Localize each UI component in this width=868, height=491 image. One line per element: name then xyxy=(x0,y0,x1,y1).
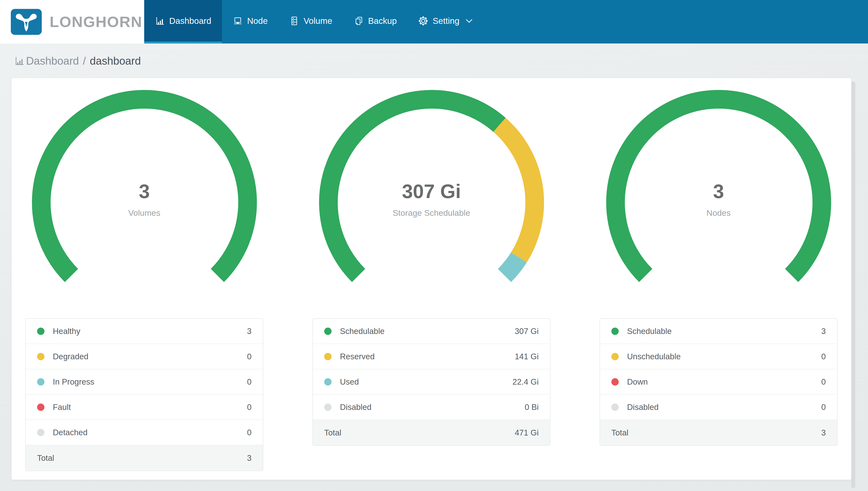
breadcrumb-current-page: dashboard xyxy=(90,55,141,67)
legend-total-row: Total3 xyxy=(26,445,263,471)
legend-row-detached: Detached0 xyxy=(26,420,263,445)
legend-value: 0 xyxy=(247,403,251,412)
legend-value: 307 Gi xyxy=(515,326,539,336)
legend-row-healthy: Healthy3 xyxy=(26,319,263,344)
legends-row: Healthy3Degraded0In Progress0Fault0Detac… xyxy=(11,318,851,481)
legend-total-row: Total3 xyxy=(600,420,837,445)
vertical-scrollbar-thumb[interactable] xyxy=(851,82,855,488)
legend-total-row: Total471 Gi xyxy=(313,420,550,445)
nav-item-dashboard[interactable]: Dashboard xyxy=(144,0,222,44)
breadcrumb-section[interactable]: Dashboard xyxy=(26,55,79,67)
legend-total-value: 471 Gi xyxy=(515,428,539,437)
gauge-arc xyxy=(603,87,834,318)
legend-label: Down xyxy=(627,377,822,386)
legend-row-schedulable: Schedulable307 Gi xyxy=(313,319,550,344)
legend-row-down: Down0 xyxy=(600,369,837,395)
legend-dot xyxy=(611,378,619,385)
legend-label: Schedulable xyxy=(340,326,515,336)
gauge-segment-schedulable xyxy=(616,99,822,276)
bar-chart-icon xyxy=(14,56,25,66)
nodes-gauge: 3 Nodes xyxy=(599,87,838,318)
legend-value: 0 xyxy=(247,377,251,386)
legend-dot xyxy=(611,404,619,411)
legend-dot xyxy=(37,353,44,360)
nodes-legend-table: Schedulable3Unschedulable0Down0Disabled0… xyxy=(599,318,838,446)
gauge-arc xyxy=(29,87,260,318)
legend-dot xyxy=(324,404,332,411)
legend-value: 0 xyxy=(822,352,826,361)
legend-value: 0 xyxy=(822,403,826,412)
legend-dot xyxy=(37,378,44,385)
chevron-down-icon xyxy=(465,19,473,23)
legend-label: Degraded xyxy=(53,352,247,361)
gear-icon xyxy=(418,16,428,26)
legend-value: 0 Bi xyxy=(525,403,539,412)
nav-item-label: Dashboard xyxy=(169,16,211,26)
legend-label: Disabled xyxy=(627,403,822,412)
gauge-segment-used xyxy=(504,257,519,276)
legend-dot xyxy=(37,429,44,436)
nav-item-label: Node xyxy=(247,16,268,26)
legend-row-schedulable: Schedulable3 xyxy=(600,319,837,344)
legend-dot xyxy=(37,404,44,411)
gauge-segment-schedulable xyxy=(329,99,500,276)
storage-legend-table: Schedulable307 GiReserved141 GiUsed22.4 … xyxy=(312,318,551,446)
nav-item-label: Backup xyxy=(368,16,397,26)
bar-chart-icon xyxy=(155,16,165,26)
legend-row-unschedulable: Unschedulable0 xyxy=(600,344,837,369)
legend-value: 0 xyxy=(247,352,251,361)
legend-label: Fault xyxy=(53,403,247,412)
legend-label: Reserved xyxy=(340,352,515,361)
legend-row-used: Used22.4 Gi xyxy=(313,369,550,395)
legend-value: 141 Gi xyxy=(515,352,539,361)
nav-item-label: Volume xyxy=(304,16,332,26)
legend-value: 0 xyxy=(822,377,826,386)
legend-row-degraded: Degraded0 xyxy=(26,344,263,369)
legend-dot xyxy=(324,353,332,360)
legend-value: 0 xyxy=(247,428,251,437)
legend-dot xyxy=(611,327,619,335)
legend-label: Healthy xyxy=(53,326,247,336)
nav-item-setting[interactable]: Setting xyxy=(407,0,484,44)
legend-label: Schedulable xyxy=(627,326,822,336)
backup-icon xyxy=(354,16,364,26)
legend-row-disabled: Disabled0 xyxy=(600,395,837,420)
legend-label: Disabled xyxy=(340,403,525,412)
longhorn-bull-icon xyxy=(11,9,42,35)
legend-label: Detached xyxy=(53,428,247,437)
legend-label: In Progress xyxy=(53,377,247,386)
legend-label: Unschedulable xyxy=(627,352,822,361)
legend-dot xyxy=(37,327,44,335)
legend-total-label: Total xyxy=(37,454,247,463)
nav-item-node[interactable]: Node xyxy=(222,0,279,44)
legend-row-reserved: Reserved141 Gi xyxy=(313,344,550,369)
legend-dot xyxy=(324,327,332,335)
volumes-legend-table: Healthy3Degraded0In Progress0Fault0Detac… xyxy=(25,318,263,471)
breadcrumb-separator: / xyxy=(83,55,86,67)
brand-name: LONGHORN xyxy=(50,13,143,30)
legend-label: Used xyxy=(340,377,513,386)
legend-dot xyxy=(324,378,332,385)
gauge-segment-healthy xyxy=(41,99,248,276)
volume-icon xyxy=(289,16,299,26)
top-navbar: LONGHORN Dashboard Node xyxy=(0,0,868,44)
node-icon xyxy=(233,16,243,26)
legend-row-disabled: Disabled0 Bi xyxy=(313,395,550,420)
volumes-gauge: 3 Volumes xyxy=(25,87,263,318)
nav-item-backup[interactable]: Backup xyxy=(343,0,408,44)
legend-value: 22.4 Gi xyxy=(513,377,539,386)
legend-total-label: Total xyxy=(611,428,822,437)
legend-total-value: 3 xyxy=(822,428,826,437)
brand-logo[interactable]: LONGHORN xyxy=(0,0,144,44)
gauges-row: 3 Volumes 307 Gi Storage Schedulable 3 N… xyxy=(11,78,851,318)
gauge-segment-reserved xyxy=(499,125,534,257)
nav-menu: Dashboard Node Volume xyxy=(144,0,868,44)
breadcrumb: Dashboard / dashboard xyxy=(0,44,868,78)
legend-value: 3 xyxy=(247,326,251,336)
legend-row-in-progress: In Progress0 xyxy=(26,369,263,395)
nav-item-volume[interactable]: Volume xyxy=(279,0,343,44)
storage-gauge: 307 Gi Storage Schedulable xyxy=(312,87,551,318)
gauge-arc xyxy=(316,87,547,318)
legend-dot xyxy=(611,353,619,360)
legend-total-label: Total xyxy=(324,428,515,437)
